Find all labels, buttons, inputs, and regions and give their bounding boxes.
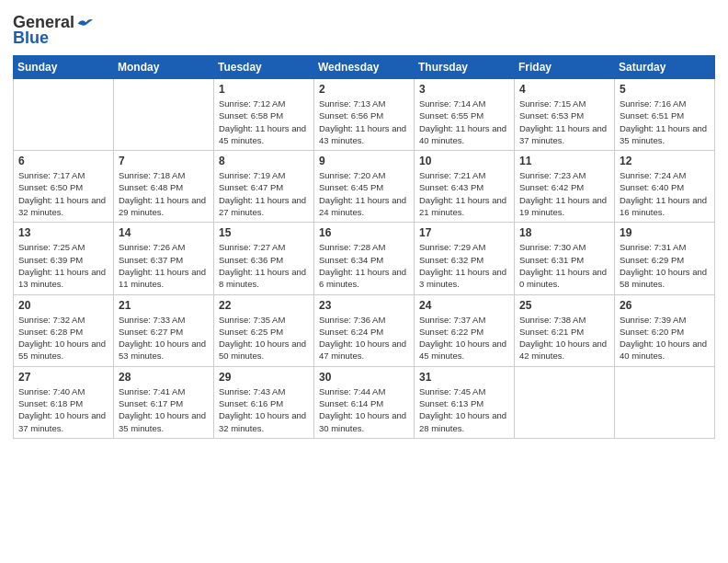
day-number: 1 [219,83,309,96]
calendar-cell: 27Sunrise: 7:40 AM Sunset: 6:18 PM Dayli… [14,366,114,438]
calendar-cell: 31Sunrise: 7:45 AM Sunset: 6:13 PM Dayli… [415,366,515,438]
day-info: Sunrise: 7:44 AM Sunset: 6:14 PM Dayligh… [319,385,409,434]
day-number: 30 [319,371,409,384]
calendar-cell: 8Sunrise: 7:19 AM Sunset: 6:47 PM Daylig… [214,151,314,223]
header-tuesday: Tuesday [214,56,314,79]
calendar-table: Sunday Monday Tuesday Wednesday Thursday… [13,55,715,439]
day-info: Sunrise: 7:30 AM Sunset: 6:31 PM Dayligh… [519,241,609,290]
day-number: 20 [18,299,108,312]
day-number: 11 [519,155,609,167]
calendar-week-row: 20Sunrise: 7:32 AM Sunset: 6:28 PM Dayli… [14,294,715,366]
day-number: 3 [419,83,509,96]
header-sunday: Sunday [14,56,114,79]
calendar-cell: 2Sunrise: 7:13 AM Sunset: 6:56 PM Daylig… [314,79,415,151]
calendar-cell [615,366,715,438]
day-number: 31 [419,371,509,384]
day-number: 14 [119,226,209,239]
day-info: Sunrise: 7:14 AM Sunset: 6:55 PM Dayligh… [419,98,509,146]
day-info: Sunrise: 7:43 AM Sunset: 6:16 PM Dayligh… [219,385,309,434]
day-number: 21 [119,299,209,312]
day-info: Sunrise: 7:37 AM Sunset: 6:22 PM Dayligh… [419,314,509,362]
day-number: 10 [419,155,509,167]
calendar-cell: 5Sunrise: 7:16 AM Sunset: 6:51 PM Daylig… [615,79,715,151]
calendar-cell: 29Sunrise: 7:43 AM Sunset: 6:16 PM Dayli… [214,366,314,438]
day-info: Sunrise: 7:13 AM Sunset: 6:56 PM Dayligh… [319,98,409,146]
day-info: Sunrise: 7:17 AM Sunset: 6:50 PM Dayligh… [18,169,108,218]
calendar-week-row: 13Sunrise: 7:25 AM Sunset: 6:39 PM Dayli… [14,223,715,294]
day-info: Sunrise: 7:40 AM Sunset: 6:18 PM Dayligh… [18,385,108,434]
calendar-cell: 20Sunrise: 7:32 AM Sunset: 6:28 PM Dayli… [14,294,114,366]
calendar-cell: 6Sunrise: 7:17 AM Sunset: 6:50 PM Daylig… [14,151,114,223]
calendar-cell: 23Sunrise: 7:36 AM Sunset: 6:24 PM Dayli… [314,294,415,366]
day-info: Sunrise: 7:29 AM Sunset: 6:32 PM Dayligh… [419,241,509,290]
day-number: 9 [319,155,409,167]
calendar-week-row: 1Sunrise: 7:12 AM Sunset: 6:58 PM Daylig… [14,79,715,151]
header-friday: Friday [515,56,615,79]
day-info: Sunrise: 7:19 AM Sunset: 6:47 PM Dayligh… [219,169,309,218]
calendar-cell: 16Sunrise: 7:28 AM Sunset: 6:34 PM Dayli… [314,223,415,294]
day-number: 26 [620,299,710,312]
day-info: Sunrise: 7:25 AM Sunset: 6:39 PM Dayligh… [18,241,108,290]
calendar-cell: 4Sunrise: 7:15 AM Sunset: 6:53 PM Daylig… [515,79,615,151]
calendar-cell: 26Sunrise: 7:39 AM Sunset: 6:20 PM Dayli… [615,294,715,366]
calendar-cell: 9Sunrise: 7:20 AM Sunset: 6:45 PM Daylig… [314,151,415,223]
day-info: Sunrise: 7:21 AM Sunset: 6:43 PM Dayligh… [419,169,509,218]
calendar-cell [14,79,114,151]
day-info: Sunrise: 7:23 AM Sunset: 6:42 PM Dayligh… [519,169,609,218]
calendar-cell: 12Sunrise: 7:24 AM Sunset: 6:40 PM Dayli… [615,151,715,223]
header-monday: Monday [114,56,214,79]
day-info: Sunrise: 7:12 AM Sunset: 6:58 PM Dayligh… [219,98,309,146]
day-number: 16 [319,226,409,239]
calendar-cell: 30Sunrise: 7:44 AM Sunset: 6:14 PM Dayli… [314,366,415,438]
day-number: 22 [219,299,309,312]
calendar-cell: 18Sunrise: 7:30 AM Sunset: 6:31 PM Dayli… [515,223,615,294]
day-info: Sunrise: 7:32 AM Sunset: 6:28 PM Dayligh… [18,314,108,362]
day-info: Sunrise: 7:24 AM Sunset: 6:40 PM Dayligh… [620,169,710,218]
logo-blue-text: Blue [13,29,49,48]
day-number: 2 [319,83,409,96]
header-saturday: Saturday [615,56,715,79]
day-number: 6 [18,155,108,167]
day-info: Sunrise: 7:26 AM Sunset: 6:37 PM Dayligh… [119,241,209,290]
calendar-cell: 11Sunrise: 7:23 AM Sunset: 6:42 PM Dayli… [515,151,615,223]
day-info: Sunrise: 7:33 AM Sunset: 6:27 PM Dayligh… [119,314,209,362]
header-thursday: Thursday [415,56,515,79]
calendar-cell: 24Sunrise: 7:37 AM Sunset: 6:22 PM Dayli… [415,294,515,366]
calendar-cell: 7Sunrise: 7:18 AM Sunset: 6:48 PM Daylig… [114,151,214,223]
calendar-cell [114,79,214,151]
calendar-cell: 10Sunrise: 7:21 AM Sunset: 6:43 PM Dayli… [415,151,515,223]
calendar-cell: 19Sunrise: 7:31 AM Sunset: 6:29 PM Dayli… [615,223,715,294]
calendar-cell: 15Sunrise: 7:27 AM Sunset: 6:36 PM Dayli… [214,223,314,294]
header-wednesday: Wednesday [314,56,415,79]
day-info: Sunrise: 7:18 AM Sunset: 6:48 PM Dayligh… [119,169,209,218]
calendar-cell: 17Sunrise: 7:29 AM Sunset: 6:32 PM Dayli… [415,223,515,294]
day-info: Sunrise: 7:15 AM Sunset: 6:53 PM Dayligh… [519,98,609,146]
page-container: General Blue Sunday Monday Tuesday Wedne… [0,0,728,452]
day-info: Sunrise: 7:45 AM Sunset: 6:13 PM Dayligh… [419,385,509,434]
day-info: Sunrise: 7:28 AM Sunset: 6:34 PM Dayligh… [319,241,409,290]
day-number: 8 [219,155,309,167]
day-number: 13 [18,226,108,239]
calendar-week-row: 6Sunrise: 7:17 AM Sunset: 6:50 PM Daylig… [14,151,715,223]
day-number: 17 [419,226,509,239]
day-number: 12 [620,155,710,167]
calendar-cell: 25Sunrise: 7:38 AM Sunset: 6:21 PM Dayli… [515,294,615,366]
calendar-cell: 13Sunrise: 7:25 AM Sunset: 6:39 PM Dayli… [14,223,114,294]
page-header: General Blue [13,9,715,48]
day-info: Sunrise: 7:35 AM Sunset: 6:25 PM Dayligh… [219,314,309,362]
day-info: Sunrise: 7:38 AM Sunset: 6:21 PM Dayligh… [519,314,609,362]
day-number: 25 [519,299,609,312]
day-info: Sunrise: 7:27 AM Sunset: 6:36 PM Dayligh… [219,241,309,290]
day-number: 7 [119,155,209,167]
day-info: Sunrise: 7:16 AM Sunset: 6:51 PM Dayligh… [620,98,710,146]
day-number: 5 [620,83,710,96]
day-number: 24 [419,299,509,312]
day-number: 27 [18,371,108,384]
day-number: 28 [119,371,209,384]
day-number: 29 [219,371,309,384]
calendar-week-row: 27Sunrise: 7:40 AM Sunset: 6:18 PM Dayli… [14,366,715,438]
day-info: Sunrise: 7:41 AM Sunset: 6:17 PM Dayligh… [119,385,209,434]
calendar-cell: 28Sunrise: 7:41 AM Sunset: 6:17 PM Dayli… [114,366,214,438]
day-number: 18 [519,226,609,239]
day-info: Sunrise: 7:20 AM Sunset: 6:45 PM Dayligh… [319,169,409,218]
